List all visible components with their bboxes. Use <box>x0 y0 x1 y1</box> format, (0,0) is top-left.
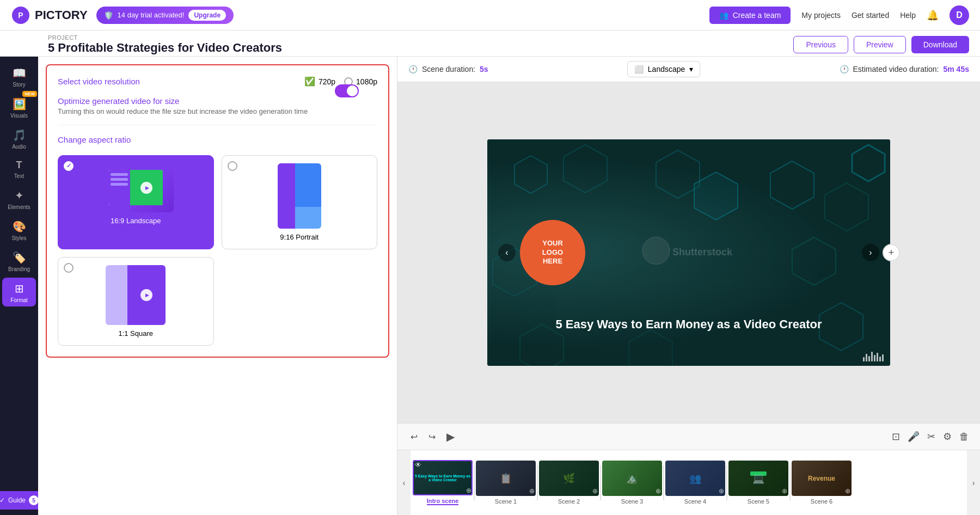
resolution-label: Select video resolution <box>58 77 140 86</box>
square-play-icon <box>140 289 152 301</box>
scene-separator <box>726 465 727 500</box>
scene-duration-label: Scene duration: <box>422 65 475 73</box>
sidebar-item-visuals[interactable]: 🖼️ Visuals NEW <box>2 93 36 122</box>
sidebar-item-story[interactable]: 📖 Story <box>2 62 36 91</box>
my-projects-link[interactable]: My projects <box>801 11 841 20</box>
create-team-button[interactable]: 👥 Create a team <box>709 7 791 24</box>
undo-button[interactable]: ↩ <box>408 430 420 444</box>
upgrade-button[interactable]: Upgrade <box>188 10 226 21</box>
video-prev-button[interactable]: ‹ <box>498 244 516 261</box>
scene-thumb-2[interactable]: ⊕ 🌿 Scene 2 <box>539 461 599 505</box>
guide-check-icon: ✓ <box>0 496 5 504</box>
active-indicator <box>413 460 473 495</box>
landscape-preview <box>97 163 174 212</box>
estimated-duration: 🕐 Estimated video duration: 5m 45s <box>840 65 969 73</box>
sidebar-visuals-wrap: 🖼️ Visuals NEW <box>2 93 36 122</box>
intro-scene-label: Intro scene <box>427 498 459 505</box>
square-left <box>106 265 127 325</box>
sidebar-elements-wrap: ✦ Elements <box>2 185 36 213</box>
sidebar-item-format[interactable]: ⊞ Format <box>2 278 36 306</box>
header-bar: Project 5 Profitable Strategies for Vide… <box>0 30 980 57</box>
sidebar-item-branding[interactable]: 🏷️ Branding <box>2 247 36 275</box>
microphone-icon[interactable]: 🎤 <box>908 431 920 443</box>
brand-name: PICTORY <box>35 8 88 22</box>
get-started-link[interactable]: Get started <box>852 11 889 20</box>
landscape-right-panel <box>130 170 163 205</box>
help-link[interactable]: Help <box>900 11 916 20</box>
add-scene-button[interactable]: + <box>883 244 900 261</box>
chevron-down-icon: ▾ <box>689 65 693 73</box>
trash-icon[interactable]: 🗑 <box>959 431 969 443</box>
video-next-button[interactable]: › <box>862 244 879 261</box>
sidebar-audio-label: Audio <box>12 144 26 150</box>
svg-marker-13 <box>629 330 672 366</box>
scene-thumb-3[interactable]: ⊕ 🏔️ Scene 3 <box>602 461 662 505</box>
timeline-right-arrow[interactable]: › <box>967 450 980 515</box>
sidebar-item-elements[interactable]: ✦ Elements <box>2 185 36 213</box>
story-icon: 📖 <box>13 66 26 79</box>
ratio-card-square[interactable]: 1:1 Square <box>58 257 214 346</box>
nav-right: 👥 Create a team My projects Get started … <box>709 5 969 25</box>
intro-thumb-img: 👁 5 Easy Ways to Earn Money as a Video C… <box>413 460 473 495</box>
resolution-720-option[interactable]: ✅ 720p <box>304 76 335 87</box>
sidebar-item-text[interactable]: T Text <box>2 155 36 182</box>
download-button[interactable]: Download <box>911 36 969 53</box>
sidebar-item-audio[interactable]: 🎵 Audio <box>2 124 36 153</box>
svg-marker-2 <box>514 156 547 193</box>
new-badge: NEW <box>22 91 37 97</box>
square-preview <box>106 265 166 325</box>
ratio-card-landscape[interactable]: 16:9 Landscape <box>58 155 214 249</box>
user-avatar[interactable]: D <box>950 5 969 25</box>
optimize-toggle[interactable] <box>335 84 359 97</box>
logo[interactable]: P PICTORY <box>11 5 88 25</box>
scissors-icon[interactable]: ✂ <box>927 431 935 443</box>
timeline: ‹ 👁 5 Easy Ways to Earn Money as a Video… <box>397 450 980 515</box>
scene-separator <box>474 465 475 500</box>
sidebar-story-wrap: 📖 Story <box>2 62 36 91</box>
scene-thumb-1[interactable]: ⊕ 📋 Scene 1 <box>476 461 536 505</box>
portrait-preview <box>278 163 321 229</box>
settings-icon[interactable]: ⚙ <box>943 431 952 443</box>
notification-bell-icon[interactable]: 🔔 <box>927 9 939 21</box>
redo-button[interactable]: ↪ <box>426 430 438 444</box>
styles-icon: 🎨 <box>13 220 26 233</box>
ratio-card-portrait[interactable]: 9:16 Portrait <box>222 155 378 249</box>
resolution-row: Select video resolution ✅ 720p 1080p <box>58 76 377 87</box>
timeline-left-arrow[interactable]: ‹ <box>397 450 411 515</box>
landscape-label: 16:9 Landscape <box>111 217 161 225</box>
timeline-scroll: 👁 5 Easy Ways to Earn Money as a Video C… <box>411 456 967 510</box>
nav-left: P PICTORY 🛡️ 14 day trial activated! Upg… <box>11 5 234 25</box>
svg-marker-7 <box>852 145 885 181</box>
video-toolbar: 🕐 Scene duration: 5s ⬜ Landscape ▾ 🕐 Est… <box>397 57 980 82</box>
orientation-label: Landscape <box>648 65 685 73</box>
left-panel: Select video resolution ✅ 720p 1080p Opt… <box>38 57 397 515</box>
s4-label: Scene 4 <box>684 498 706 505</box>
scene-thumb-intro[interactable]: 👁 5 Easy Ways to Earn Money as a Video C… <box>413 460 473 505</box>
preview-button[interactable]: Preview <box>854 36 906 53</box>
portrait-top <box>295 163 321 207</box>
scene-duration: 🕐 Scene duration: 5s <box>408 65 488 73</box>
sidebar-branding-wrap: 🏷️ Branding <box>2 247 36 275</box>
estimated-label: Estimated video duration: <box>853 65 939 73</box>
change-aspect-ratio-link[interactable]: Change aspect ratio <box>58 135 377 144</box>
create-team-label: Create a team <box>733 11 781 20</box>
orientation-select[interactable]: ⬜ Landscape ▾ <box>627 61 701 77</box>
svg-marker-4 <box>656 150 700 198</box>
bar <box>868 356 870 361</box>
video-controls: ↩ ↪ ▶ ⊡ 🎤 ✂ ⚙ 🗑 <box>397 423 980 450</box>
scene-thumb-6[interactable]: ⊕ Revenue Scene 6 <box>792 461 852 505</box>
sidebar-item-styles[interactable]: 🎨 Styles <box>2 216 36 244</box>
format-icon: ⊞ <box>15 282 24 295</box>
edit-controls: ⊡ 🎤 ✂ ⚙ 🗑 <box>892 431 969 443</box>
bar <box>879 357 881 361</box>
previous-button[interactable]: Previous <box>793 36 848 53</box>
scene-thumb-5[interactable]: ⊕ 💻 Scene 5 <box>728 461 788 505</box>
scene-thumb-4[interactable]: ⊕ 👥 Scene 4 <box>665 461 725 505</box>
subtitles-icon[interactable]: ⊡ <box>892 431 900 443</box>
format-panel: Select video resolution ✅ 720p 1080p Opt… <box>46 64 389 358</box>
s1-label: Scene 1 <box>495 498 517 505</box>
s6-thumb-img: ⊕ Revenue <box>792 461 852 496</box>
right-panel: 🕐 Scene duration: 5s ⬜ Landscape ▾ 🕐 Est… <box>397 57 980 515</box>
portrait-label: 9:16 Portrait <box>280 233 318 241</box>
play-pause-button[interactable]: ▶ <box>444 428 457 445</box>
